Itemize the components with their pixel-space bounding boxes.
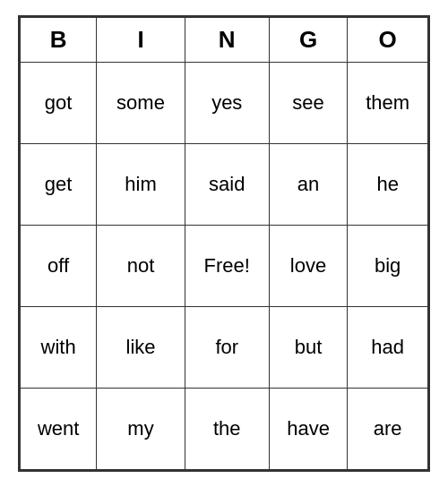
table-cell: off [21,226,97,307]
header-b: B [21,18,97,63]
table-cell: an [269,144,348,226]
bingo-body: gotsomeyesseethemgethimsaidanheoffnotFre… [21,63,428,470]
table-cell: he [348,144,428,226]
table-cell: have [269,389,348,470]
table-cell: them [348,63,428,144]
table-row: gotsomeyesseethem [21,63,428,144]
table-cell: had [348,307,428,389]
table-cell: got [21,63,97,144]
table-cell: Free! [185,226,269,307]
table-row: wentmythehaveare [21,389,428,470]
table-row: gethimsaidanhe [21,144,428,226]
table-cell: my [97,389,185,470]
table-cell: big [348,226,428,307]
table-cell: are [348,389,428,470]
header-i: I [97,18,185,63]
header-n: N [185,18,269,63]
header-o: O [348,18,428,63]
table-cell: said [185,144,269,226]
table-cell: yes [185,63,269,144]
table-cell: love [269,226,348,307]
table-row: offnotFree!lovebig [21,226,428,307]
table-cell: with [21,307,97,389]
table-cell: like [97,307,185,389]
table-cell: see [269,63,348,144]
header-row: B I N G O [21,18,428,63]
table-row: withlikeforbuthad [21,307,428,389]
table-cell: for [185,307,269,389]
table-cell: but [269,307,348,389]
table-cell: some [97,63,185,144]
table-cell: the [185,389,269,470]
table-cell: him [97,144,185,226]
table-cell: get [21,144,97,226]
header-g: G [269,18,348,63]
table-cell: not [97,226,185,307]
bingo-table: B I N G O gotsomeyesseethemgethimsaidanh… [20,17,428,470]
table-cell: went [21,389,97,470]
bingo-card: B I N G O gotsomeyesseethemgethimsaidanh… [18,15,430,472]
